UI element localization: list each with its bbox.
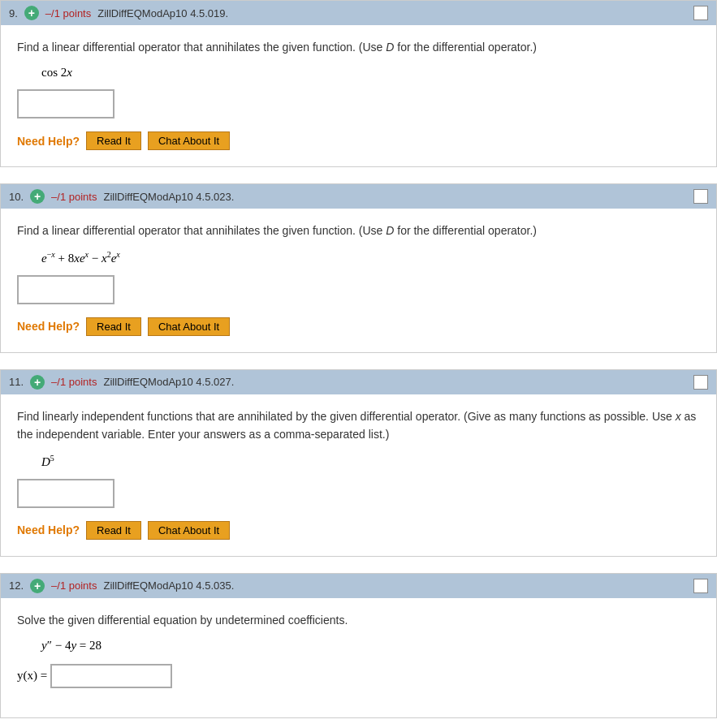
q11-x-var: x: [676, 410, 681, 423]
q11-number: 11.: [9, 376, 24, 388]
question-12-header: 12. + –/1 points ZillDiffEQModAp10 4.5.0…: [1, 574, 716, 598]
q10-checkbox[interactable]: [693, 189, 708, 204]
q10-body: Find a linear differential operator that…: [1, 209, 716, 351]
q12-number: 12.: [9, 579, 24, 592]
question-9-header: 9. + –/1 points ZillDiffEQModAp10 4.5.01…: [1, 1, 716, 25]
q12-body: Solve the given differential equation by…: [1, 598, 716, 717]
q11-problem-id: ZillDiffEQModAp10 4.5.027.: [103, 376, 234, 388]
q9-read-it-button[interactable]: Read It: [86, 131, 141, 150]
question-9: 9. + –/1 points ZillDiffEQModAp10 4.5.01…: [0, 0, 717, 167]
q10-answer-input[interactable]: [17, 275, 114, 304]
q9-d-var: D: [386, 41, 394, 54]
question-10-header: 10. + –/1 points ZillDiffEQModAp10 4.5.0…: [1, 184, 716, 209]
question-11: 11. + –/1 points ZillDiffEQModAp10 4.5.0…: [0, 369, 717, 557]
q9-answer-input[interactable]: [17, 89, 114, 118]
q11-chat-about-it-button[interactable]: Chat About It: [148, 521, 230, 540]
question-11-header: 11. + –/1 points ZillDiffEQModAp10 4.5.0…: [1, 370, 716, 394]
q12-answer-row: y(x) =: [17, 664, 700, 688]
q9-text: Find a linear differential operator that…: [17, 38, 700, 56]
q11-math: D5: [41, 454, 700, 469]
q9-problem-id: ZillDiffEQModAp10 4.5.019.: [97, 7, 228, 19]
q10-chat-about-it-button[interactable]: Chat About It: [148, 317, 230, 336]
q11-body: Find linearly independent functions that…: [1, 394, 716, 556]
q12-plus-icon[interactable]: +: [30, 579, 45, 593]
q9-math: cos 2x: [41, 66, 700, 80]
q9-body: Find a linear differential operator that…: [1, 25, 716, 166]
q12-points: –/1 points: [51, 579, 97, 592]
q10-text: Find a linear differential operator that…: [17, 222, 700, 239]
q9-plus-icon[interactable]: +: [24, 6, 39, 20]
q9-points: –/1 points: [45, 7, 91, 19]
q10-plus-icon[interactable]: +: [30, 189, 45, 204]
q11-plus-icon[interactable]: +: [30, 375, 45, 390]
q10-need-help-row: Need Help? Read It Chat About It: [17, 317, 700, 336]
q10-need-help-label: Need Help?: [17, 320, 80, 333]
q12-problem-id: ZillDiffEQModAp10 4.5.035.: [103, 579, 234, 592]
q11-read-it-button[interactable]: Read It: [86, 521, 141, 540]
q10-d-var: D: [386, 224, 394, 237]
q9-need-help-row: Need Help? Read It Chat About It: [17, 131, 700, 150]
q10-points: –/1 points: [51, 191, 97, 203]
q11-text: Find linearly independent functions that…: [17, 407, 700, 444]
q12-text: Solve the given differential equation by…: [17, 611, 700, 629]
q10-math: e−x + 8xex − x2ex: [41, 250, 700, 265]
q12-answer-label: y(x) =: [17, 669, 47, 683]
q11-answer-input[interactable]: [17, 479, 114, 508]
q9-chat-about-it-button[interactable]: Chat About It: [148, 131, 230, 150]
q10-read-it-button[interactable]: Read It: [86, 317, 141, 336]
question-10: 10. + –/1 points ZillDiffEQModAp10 4.5.0…: [0, 183, 717, 352]
question-12: 12. + –/1 points ZillDiffEQModAp10 4.5.0…: [0, 573, 717, 718]
q10-number: 10.: [9, 191, 24, 203]
q12-equation: y″ − 4y = 28: [41, 639, 700, 653]
q11-need-help-label: Need Help?: [17, 523, 80, 536]
q12-answer-input[interactable]: [50, 664, 172, 688]
q12-checkbox[interactable]: [693, 579, 708, 593]
q9-checkbox[interactable]: [693, 6, 708, 20]
q11-checkbox[interactable]: [693, 375, 708, 390]
q11-points: –/1 points: [51, 376, 97, 388]
q10-problem-id: ZillDiffEQModAp10 4.5.023.: [103, 191, 234, 203]
q9-need-help-label: Need Help?: [17, 135, 80, 148]
q11-need-help-row: Need Help? Read It Chat About It: [17, 521, 700, 540]
q9-number: 9.: [9, 7, 18, 19]
